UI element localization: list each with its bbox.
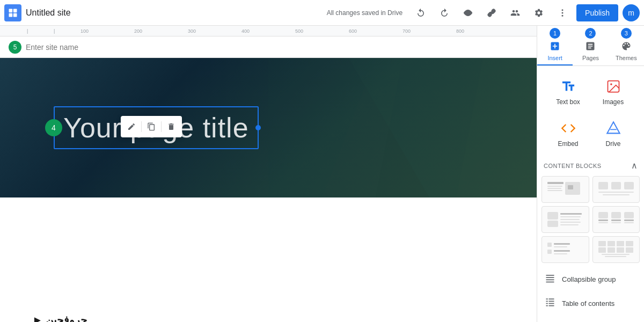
svg-rect-53 xyxy=(608,247,615,253)
insert-text-box[interactable]: Text box xyxy=(548,72,589,110)
textbox-toolbar xyxy=(121,116,182,137)
undo-button[interactable] xyxy=(411,3,430,23)
save-status: All changes saved in Drive xyxy=(327,9,402,17)
insert-drive[interactable]: Drive xyxy=(593,114,634,152)
svg-rect-56 xyxy=(602,254,630,255)
drive-icon xyxy=(604,119,623,138)
svg-rect-59 xyxy=(546,277,554,278)
step-badge-5: 5 xyxy=(9,41,21,54)
svg-rect-30 xyxy=(560,219,580,220)
svg-rect-68 xyxy=(546,305,548,306)
svg-rect-42 xyxy=(547,243,552,247)
svg-rect-38 xyxy=(611,222,621,223)
image-carousel-item[interactable]: Image carousel xyxy=(541,316,640,322)
tab-insert[interactable]: 1 Insert xyxy=(537,26,573,65)
svg-rect-18 xyxy=(547,190,562,191)
block-list-style[interactable] xyxy=(541,236,589,263)
collapse-button[interactable]: ∧ xyxy=(631,160,638,171)
site-name-bar: 5 xyxy=(0,36,537,58)
insert-row-2: Embed Drive xyxy=(541,114,640,152)
content-blocks-header: CONTENT BLOCKS ∧ xyxy=(541,156,640,173)
svg-marker-9 xyxy=(268,58,376,197)
block-text-image-right[interactable] xyxy=(541,176,589,203)
svg-rect-45 xyxy=(547,250,552,254)
insert-embed[interactable]: Embed xyxy=(548,114,589,152)
tab-themes[interactable]: 3 Themes xyxy=(609,26,644,65)
svg-rect-28 xyxy=(560,213,582,215)
toolbar-divider xyxy=(141,121,142,132)
table-of-contents-item[interactable]: Table of contents xyxy=(541,291,640,316)
collapsible-group-label: Collapsible group xyxy=(562,275,616,283)
tab-number-2: 2 xyxy=(585,28,596,39)
block-image-left-text[interactable] xyxy=(541,206,589,233)
svg-rect-58 xyxy=(546,275,554,276)
svg-marker-13 xyxy=(607,122,619,133)
svg-rect-52 xyxy=(598,247,606,253)
tab-number-3: 3 xyxy=(621,28,632,39)
avatar[interactable]: m xyxy=(623,4,640,21)
insert-images[interactable]: Images xyxy=(593,72,634,110)
svg-rect-36 xyxy=(611,212,621,218)
svg-rect-27 xyxy=(547,221,558,227)
svg-rect-67 xyxy=(549,303,554,304)
preview-button[interactable] xyxy=(458,3,478,23)
tab-themes-label: Themes xyxy=(616,55,637,61)
canvas-area: | | 100 200 300 400 500 600 700 800 5 xyxy=(0,26,537,322)
watermark: حروفچین ► xyxy=(32,313,87,322)
collapsible-group-item[interactable]: Collapsible group xyxy=(541,267,640,291)
svg-rect-22 xyxy=(611,182,621,189)
step-badge-4: 4 xyxy=(45,119,62,136)
copy-button[interactable] xyxy=(143,118,160,135)
toolbar-divider-2 xyxy=(161,121,162,132)
svg-rect-41 xyxy=(624,222,634,223)
insert-row-1: Text box Images xyxy=(541,72,640,110)
svg-rect-20 xyxy=(568,185,573,189)
svg-rect-24 xyxy=(598,192,634,193)
tab-pages[interactable]: 2 Pages xyxy=(573,26,608,65)
share-link-button[interactable] xyxy=(482,3,501,23)
svg-rect-37 xyxy=(611,219,621,221)
site-name-input[interactable] xyxy=(26,43,133,52)
svg-rect-0 xyxy=(9,9,13,12)
edit-button[interactable] xyxy=(123,118,140,135)
svg-rect-66 xyxy=(546,303,548,304)
hero-section: 4 Your page title xyxy=(0,58,537,197)
svg-point-7 xyxy=(562,14,564,16)
delete-button[interactable] xyxy=(163,118,180,135)
svg-rect-32 xyxy=(560,224,579,225)
main-layout: | | 100 200 300 400 500 600 700 800 5 xyxy=(0,26,644,322)
resize-handle-right[interactable] xyxy=(255,125,261,130)
svg-rect-33 xyxy=(598,212,608,218)
svg-rect-23 xyxy=(624,182,634,189)
svg-rect-44 xyxy=(554,246,567,247)
images-icon xyxy=(604,77,623,96)
block-three-col[interactable] xyxy=(592,206,640,233)
drive-label: Drive xyxy=(605,140,620,148)
svg-rect-48 xyxy=(598,241,606,246)
svg-rect-2 xyxy=(9,13,13,17)
content-blocks-title: CONTENT BLOCKS xyxy=(544,163,602,169)
svg-rect-16 xyxy=(547,186,562,187)
collapsible-icon xyxy=(544,273,557,286)
block-four-grid[interactable] xyxy=(592,236,640,263)
svg-rect-62 xyxy=(546,298,548,299)
redo-button[interactable] xyxy=(435,3,454,23)
svg-rect-15 xyxy=(547,182,564,184)
settings-button[interactable] xyxy=(529,3,548,23)
svg-rect-60 xyxy=(546,280,554,281)
svg-rect-49 xyxy=(608,241,615,246)
svg-point-4 xyxy=(467,11,470,14)
block-two-images[interactable] xyxy=(592,176,640,203)
embed-icon xyxy=(559,119,578,138)
svg-rect-63 xyxy=(549,298,554,299)
text-box-icon xyxy=(559,77,578,96)
tab-pages-label: Pages xyxy=(582,55,599,61)
svg-point-6 xyxy=(562,12,564,13)
tab-insert-label: Insert xyxy=(547,55,562,61)
svg-rect-34 xyxy=(598,219,608,221)
svg-rect-17 xyxy=(547,188,561,189)
publish-button[interactable]: Publish xyxy=(576,4,618,21)
more-button[interactable] xyxy=(553,3,572,23)
svg-rect-31 xyxy=(560,222,581,223)
collaborators-button[interactable] xyxy=(506,3,525,23)
